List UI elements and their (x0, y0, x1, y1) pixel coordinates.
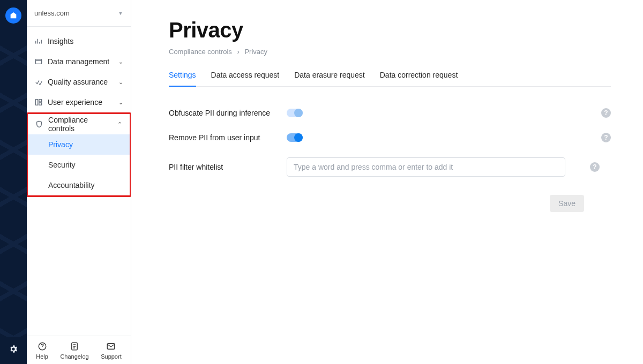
toggle-obfuscate-pii[interactable] (287, 109, 303, 117)
rail-pattern (0, 32, 27, 337)
left-rail (0, 0, 27, 364)
svg-rect-2 (39, 100, 41, 102)
folder-icon (34, 58, 42, 66)
check-icon (34, 78, 42, 86)
changelog-label: Changelog (60, 353, 88, 360)
brand-logo[interactable] (5, 7, 21, 24)
settings-rows: Obfuscate PII during inference ? Remove … (169, 101, 611, 184)
shield-icon (35, 120, 43, 128)
help-button[interactable]: Help (36, 342, 48, 360)
sidebar-subitem-accountability[interactable]: Accountability (28, 175, 130, 195)
breadcrumb: Compliance controls › Privacy (169, 48, 611, 56)
save-button[interactable]: Save (550, 195, 584, 212)
toggle-remove-pii[interactable] (287, 133, 303, 142)
help-label: Help (36, 353, 48, 360)
sidebar-item-label: Insights (48, 37, 73, 46)
sidebar-item-quality-assurance[interactable]: Quality assurance ⌄ (27, 72, 131, 92)
setting-pii-whitelist: PII filter whitelist ? (169, 150, 611, 184)
sidebar-nav: Insights Data management ⌄ Quality assur… (27, 27, 131, 336)
tab-data-correction-request[interactable]: Data correction request (380, 71, 458, 86)
sidebar-item-label: Quality assurance (48, 78, 108, 86)
sidebar-subitem-label: Accountability (48, 181, 94, 189)
domain-selector[interactable]: unless.com ▼ (27, 0, 131, 27)
highlight-box: Compliance controls ⌃ Privacy Security A… (27, 112, 131, 197)
sidebar-item-insights[interactable]: Insights (27, 31, 131, 51)
settings-icon[interactable] (9, 344, 18, 355)
svg-rect-1 (35, 100, 38, 105)
sidebar-footer: Help Changelog Support (27, 336, 131, 364)
setting-label: Remove PII from user input (169, 133, 287, 142)
changelog-button[interactable]: Changelog (60, 342, 88, 360)
setting-label: Obfuscate PII during inference (169, 109, 287, 117)
breadcrumb-parent[interactable]: Compliance controls (169, 48, 232, 56)
svg-rect-0 (35, 59, 41, 64)
sidebar-item-data-management[interactable]: Data management ⌄ (27, 51, 131, 72)
caret-down-icon: ▼ (118, 10, 123, 16)
pii-whitelist-input[interactable] (287, 157, 565, 177)
main-content: Privacy Compliance controls › Privacy Se… (131, 0, 643, 364)
sidebar-subitem-label: Privacy (48, 140, 73, 149)
support-button[interactable]: Support (101, 342, 122, 360)
tabs: Settings Data access request Data erasur… (169, 71, 611, 87)
chevron-down-icon: ⌄ (118, 99, 123, 106)
sidebar-item-label: Compliance controls (48, 116, 112, 133)
sidebar-item-label: User experience (48, 98, 102, 107)
breadcrumb-current: Privacy (244, 48, 267, 56)
tab-data-access-request[interactable]: Data access request (211, 71, 280, 86)
setting-label: PII filter whitelist (169, 163, 287, 171)
sidebar-item-label: Data management (48, 57, 109, 66)
chevron-down-icon: ⌄ (118, 79, 123, 86)
page-title: Privacy (169, 18, 611, 42)
sidebar-subitem-privacy[interactable]: Privacy (28, 134, 130, 155)
setting-remove-pii: Remove PII from user input ? (169, 125, 611, 150)
sidebar-subitem-security[interactable]: Security (28, 155, 130, 175)
chevron-up-icon: ⌃ (117, 121, 122, 128)
sidebar-item-compliance-controls[interactable]: Compliance controls ⌃ (28, 114, 130, 134)
help-icon[interactable]: ? (590, 162, 600, 172)
sidebar: unless.com ▼ Insights Data management ⌄ (27, 0, 131, 364)
tab-data-erasure-request[interactable]: Data erasure request (294, 71, 365, 86)
help-icon[interactable]: ? (601, 108, 611, 118)
tab-settings[interactable]: Settings (169, 71, 196, 87)
breadcrumb-separator: › (237, 48, 239, 56)
chevron-down-icon: ⌄ (118, 58, 123, 65)
help-icon[interactable]: ? (601, 133, 611, 142)
chart-icon (34, 37, 42, 46)
sidebar-item-user-experience[interactable]: User experience ⌄ (27, 92, 131, 112)
layout-icon (34, 98, 42, 107)
support-label: Support (101, 353, 122, 360)
sidebar-subitem-label: Security (48, 161, 76, 169)
setting-obfuscate-pii: Obfuscate PII during inference ? (169, 101, 611, 125)
svg-rect-3 (39, 103, 41, 105)
domain-label: unless.com (34, 9, 70, 17)
